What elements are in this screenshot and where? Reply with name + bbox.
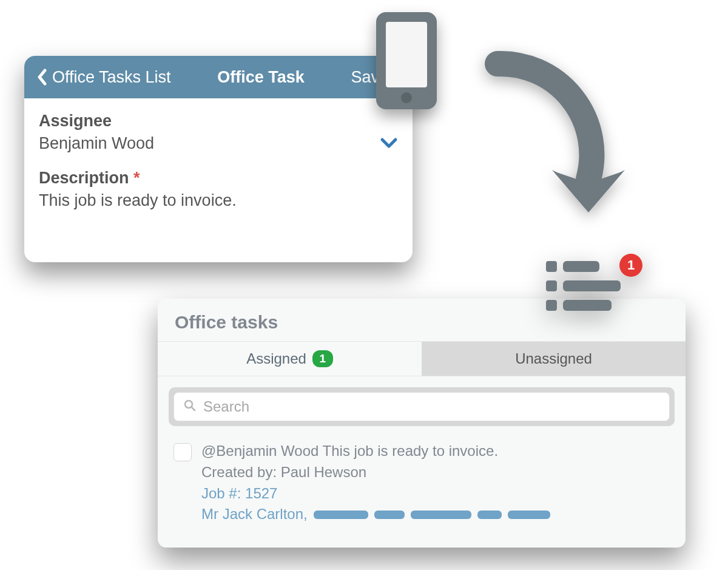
chevron-left-icon	[36, 69, 47, 86]
redacted-text	[477, 511, 502, 519]
office-task-form-panel: Office Tasks List Office Task Save Assig…	[24, 56, 413, 262]
assignee-dropdown[interactable]: Benjamin Wood	[39, 134, 398, 153]
assignee-label: Assignee	[39, 112, 398, 131]
search-placeholder: Search	[203, 398, 249, 415]
client-link[interactable]: Mr Jack Carlton,	[201, 504, 308, 525]
required-star: *	[133, 169, 140, 187]
search-icon	[184, 399, 196, 414]
tab-unassigned[interactable]: Unassigned	[422, 342, 686, 376]
client-line: Mr Jack Carlton,	[201, 504, 670, 525]
assigned-count-badge: 1	[312, 350, 333, 367]
phone-screen	[386, 22, 427, 87]
redacted-text	[411, 511, 471, 519]
assignee-field: Assignee Benjamin Wood	[39, 112, 398, 153]
description-label: Description *	[39, 169, 398, 188]
assignee-value: Benjamin Wood	[39, 134, 380, 153]
redacted-text	[374, 511, 405, 519]
phone-home-button	[401, 92, 412, 103]
redacted-text	[508, 511, 550, 519]
search-input[interactable]: Search	[174, 392, 670, 421]
form-header: Office Tasks List Office Task Save	[24, 56, 413, 98]
svg-line-1	[192, 407, 195, 410]
task-list-icon: 1	[546, 261, 640, 311]
task-content: @Benjamin Wood This job is ready to invo…	[201, 441, 670, 525]
redacted-text	[314, 511, 368, 519]
description-field: Description * This job is ready to invoi…	[39, 169, 398, 210]
back-button[interactable]: Office Tasks List	[36, 68, 171, 87]
description-value: This job is ready to invoice.	[39, 191, 398, 210]
tabs: Assigned 1 Unassigned	[158, 341, 686, 376]
page-title: Office Task	[171, 68, 351, 87]
office-tasks-panel: Office tasks Assigned 1 Unassigned Searc…	[158, 299, 686, 548]
chevron-down-icon	[380, 134, 398, 153]
flow-arrow-icon	[467, 39, 655, 234]
job-link[interactable]: Job #: 1527	[201, 483, 670, 504]
created-by-label: Created by: Paul Hewson	[201, 462, 670, 483]
form-body: Assignee Benjamin Wood Description * Thi…	[24, 98, 413, 239]
description-input[interactable]: This job is ready to invoice.	[39, 191, 398, 210]
task-checkbox[interactable]	[174, 443, 192, 461]
task-row: @Benjamin Wood This job is ready to invo…	[158, 432, 686, 534]
notification-badge: 1	[619, 254, 642, 277]
search-container: Search	[169, 387, 675, 426]
phone-icon	[376, 12, 437, 109]
task-description: @Benjamin Wood This job is ready to invo…	[201, 441, 670, 462]
back-label: Office Tasks List	[52, 68, 171, 87]
tab-assigned[interactable]: Assigned 1	[158, 342, 422, 376]
